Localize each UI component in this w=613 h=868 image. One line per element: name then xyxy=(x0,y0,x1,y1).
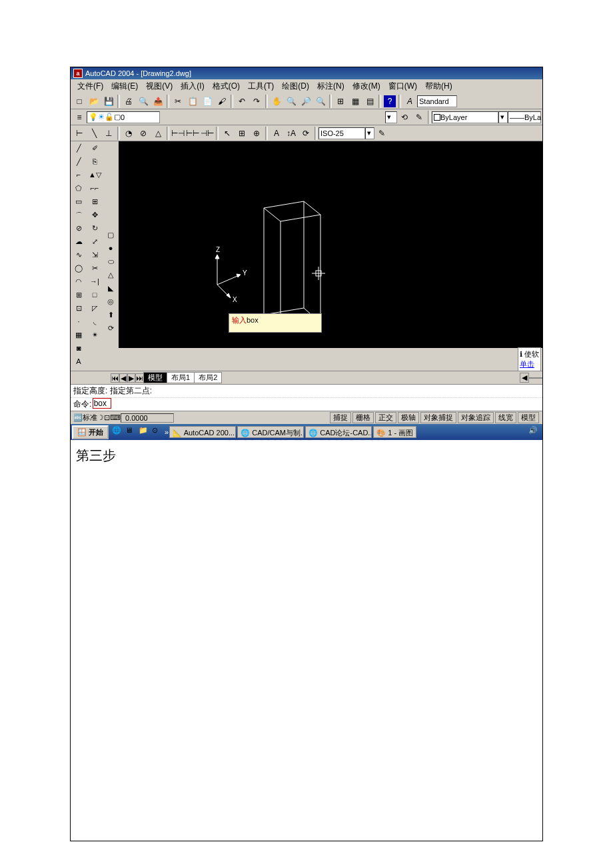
line-icon[interactable]: ╱ xyxy=(72,143,85,155)
cone-icon[interactable]: △ xyxy=(104,270,117,282)
scale-icon[interactable]: ⤢ xyxy=(88,237,101,249)
layer-icon2[interactable]: ✎ xyxy=(412,111,426,124)
osnap-button[interactable]: 对象捕捉 xyxy=(420,412,456,423)
layer-arrow[interactable]: ▾ xyxy=(385,111,397,123)
layer-manager-icon[interactable]: ≡ xyxy=(73,111,86,124)
quick-media-icon[interactable]: ⊙ xyxy=(152,426,164,438)
tab-layout1[interactable]: 布局1 xyxy=(167,372,195,383)
dim-tolerance-icon[interactable]: ⊞ xyxy=(235,127,249,140)
cut-icon[interactable]: ✂ xyxy=(171,95,185,108)
erase-icon[interactable]: ✐ xyxy=(88,143,101,155)
array-icon[interactable]: ⊞ xyxy=(88,197,101,209)
task-ie2[interactable]: 🌐 CAD论坛-CAD... xyxy=(305,426,372,438)
toolpal-icon[interactable]: ▤ xyxy=(363,95,376,108)
dim-angular-icon[interactable]: △ xyxy=(151,127,165,140)
menu-edit[interactable]: 编辑(E) xyxy=(107,81,142,92)
color-linetype-dropdown[interactable]: ByLayer xyxy=(432,111,498,123)
zoom-win-icon[interactable]: 🔎 xyxy=(299,95,312,108)
dim-leader-icon[interactable]: ↖ xyxy=(221,127,234,140)
torus-icon[interactable]: ◎ xyxy=(104,297,117,309)
dim-center-icon[interactable]: ⊕ xyxy=(250,127,263,140)
dim-diameter-icon[interactable]: ⊘ xyxy=(137,127,150,140)
snap-button[interactable]: 捕捉 xyxy=(330,412,351,423)
menu-help[interactable]: 帮助(H) xyxy=(421,81,456,92)
hatch-icon[interactable]: ▦ xyxy=(72,330,85,342)
fillet-icon[interactable]: ◟ xyxy=(88,317,101,329)
dim-quick-icon[interactable]: ⊢⊣ xyxy=(171,127,185,140)
textstyle-icon[interactable]: A xyxy=(403,95,416,108)
text-icon[interactable]: A xyxy=(72,357,85,369)
layer-dropdown[interactable]: 💡☀🔓▢ 0 xyxy=(87,111,160,123)
move-icon[interactable]: ✥ xyxy=(88,210,101,222)
circle-icon[interactable]: ⊘ xyxy=(72,223,85,235)
dim-radius-icon[interactable]: ◔ xyxy=(122,127,135,140)
textstyle-dropdown[interactable]: Standard xyxy=(417,95,457,107)
tab-layout2[interactable]: 布局2 xyxy=(194,372,222,383)
rectangle-icon[interactable]: ▭ xyxy=(72,197,85,209)
wedge-icon[interactable]: ◣ xyxy=(104,283,117,295)
sphere-icon[interactable]: ● xyxy=(104,243,117,255)
redo-icon[interactable]: ↷ xyxy=(250,95,263,108)
tab-first-icon[interactable]: ⏮ xyxy=(111,373,119,383)
open-icon[interactable]: 📂 xyxy=(87,95,101,108)
dim-linear-icon[interactable]: ⊢ xyxy=(73,127,86,140)
command-input-line[interactable]: 命令: box xyxy=(71,398,542,411)
pline-icon[interactable]: ⌐ xyxy=(72,170,85,182)
polar-button[interactable]: 极轴 xyxy=(398,412,419,423)
revcloud-icon[interactable]: ☁ xyxy=(72,237,85,249)
menu-modify[interactable]: 修改(M) xyxy=(348,81,384,92)
ortho-button[interactable]: 正交 xyxy=(375,412,396,423)
pan-icon[interactable]: ✋ xyxy=(270,95,283,108)
grid-button[interactable]: 栅格 xyxy=(352,412,374,423)
zoom-prev-icon[interactable]: 🔍 xyxy=(314,95,327,108)
dim-update-icon[interactable]: ⟳ xyxy=(299,127,312,140)
menu-tools[interactable]: 工具(T) xyxy=(244,81,278,92)
extrude-icon[interactable]: ⬆ xyxy=(104,310,117,322)
menu-insert[interactable]: 插入(I) xyxy=(177,81,208,92)
region-icon[interactable]: ◙ xyxy=(72,343,85,355)
point-icon[interactable]: · xyxy=(72,317,85,329)
rotate-icon[interactable]: ↻ xyxy=(88,223,101,235)
tab-next-icon[interactable]: ▶ xyxy=(127,373,135,383)
dim-edit-icon[interactable]: A xyxy=(270,127,283,140)
preview-icon[interactable]: 🔍 xyxy=(137,95,150,108)
lineweight-dropdown[interactable]: —— ByLa xyxy=(508,111,541,123)
dim-continue-icon[interactable]: ⊣⊢ xyxy=(201,127,214,140)
properties-icon[interactable]: ⊞ xyxy=(334,95,347,108)
copy-icon[interactable]: 📋 xyxy=(186,95,199,108)
model-button[interactable]: 模型 xyxy=(518,412,539,423)
ime-icon[interactable]: 🔤 xyxy=(73,413,83,422)
menu-dimension[interactable]: 标注(N) xyxy=(313,81,348,92)
dim-tedit-icon[interactable]: ↕A xyxy=(285,127,298,140)
menu-file[interactable]: 文件(F) xyxy=(73,81,107,92)
zoom-rt-icon[interactable]: 🔍 xyxy=(285,95,298,108)
layer-prev-icon[interactable]: ⟲ xyxy=(398,111,411,124)
status-icon3[interactable]: ⌨ xyxy=(110,413,121,422)
start-button[interactable]: 🪟 开始 xyxy=(72,425,109,439)
quick-folder-icon[interactable]: 📁 xyxy=(139,426,151,438)
dimstyle-dropdown[interactable]: ISO-25 xyxy=(318,127,365,139)
linetype-arrow[interactable]: ▾ xyxy=(498,111,508,123)
menu-draw[interactable]: 绘图(D) xyxy=(278,81,313,92)
comm-center-panel[interactable]: ℹ 使软 单击 xyxy=(518,347,541,371)
dim-ordinate-icon[interactable]: ⊥ xyxy=(102,127,115,140)
revolve-icon[interactable]: ⟳ xyxy=(104,323,117,335)
designctr-icon[interactable]: ▦ xyxy=(348,95,362,108)
dim-baseline-icon[interactable]: ⊢⊢ xyxy=(186,127,199,140)
dimstyle-manager-icon[interactable]: ✎ xyxy=(375,127,388,140)
lwt-button[interactable]: 线宽 xyxy=(495,412,516,423)
undo-icon[interactable]: ↶ xyxy=(235,95,249,108)
paste-icon[interactable]: 📄 xyxy=(201,95,214,108)
task-paint[interactable]: 🎨 1 - 画图 xyxy=(373,426,416,438)
ellipse-arc-icon[interactable]: ◠ xyxy=(72,277,85,289)
spline-icon[interactable]: ∿ xyxy=(72,250,85,262)
new-icon[interactable]: □ xyxy=(73,95,86,108)
extend-icon[interactable]: →| xyxy=(88,277,101,289)
task-ie1[interactable]: 🌐 CAD/CAM与制... xyxy=(237,426,304,438)
explode-icon[interactable]: ✴ xyxy=(88,330,101,342)
tray-icon[interactable]: 🔊 xyxy=(528,426,540,438)
dimstyle-arrow[interactable]: ▾ xyxy=(365,127,374,139)
hscroll-left-icon[interactable]: ◀ xyxy=(520,373,529,383)
quick-ie-icon[interactable]: 🌐 xyxy=(112,426,124,438)
offset-icon[interactable]: ⌐⌐ xyxy=(88,183,101,195)
